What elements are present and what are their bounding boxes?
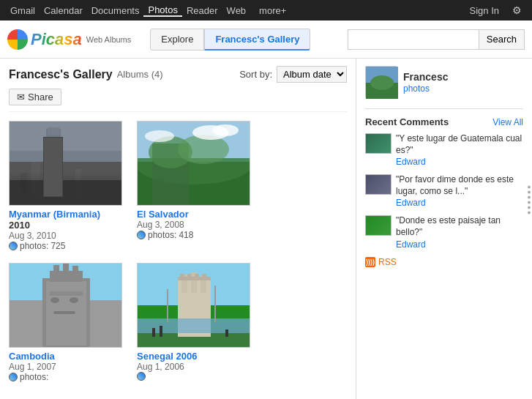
comment-thumb-3 (365, 215, 391, 236)
svg-rect-29 (63, 264, 69, 274)
album-photos-label-elsalvador: photos: (148, 230, 176, 240)
share-button[interactable]: ✉ Share (9, 89, 61, 105)
nav-documents[interactable]: Documents (87, 5, 144, 16)
album-photos-senegal (137, 372, 250, 381)
globe-icon-senegal (137, 372, 146, 381)
svg-rect-30 (72, 266, 78, 274)
tab-francescs-gallery[interactable]: Francesc's Gallery (204, 29, 310, 51)
svg-point-51 (370, 75, 394, 90)
svg-rect-28 (53, 265, 59, 274)
album-thumb-elsalvador (137, 121, 250, 206)
svg-rect-39 (187, 274, 192, 278)
sidebar: Francesc photos Recent Comments View All… (356, 59, 532, 399)
album-photos-count-myanmar: 725 (50, 241, 65, 251)
album-item-cambodia[interactable]: Cambodia Aug 1, 2007 photos: (9, 263, 122, 382)
web-albums-label: Web Albums (86, 35, 132, 44)
album-grid: Myanmar (Birmania) 2010 Aug 3, 2010 phot… (9, 121, 347, 382)
album-thumb-senegal (137, 263, 250, 348)
svg-rect-25 (53, 311, 75, 314)
sort-select[interactable]: Album date (277, 66, 347, 83)
album-item-elsalvador[interactable]: El Salvador Aug 3, 2008 photos: 418 (137, 121, 250, 251)
svg-rect-41 (202, 274, 206, 278)
sort-area: Sort by: Album date (239, 66, 347, 83)
album-item-myanmar[interactable]: Myanmar (Birmania) 2010 Aug 3, 2010 phot… (9, 121, 122, 251)
view-all-link[interactable]: View All (492, 117, 523, 127)
svg-point-17 (212, 124, 239, 136)
tab-explore[interactable]: Explore (150, 29, 204, 51)
picasa-header: Picasa Web Albums Explore Francesc's Gal… (0, 20, 532, 59)
album-item-senegal[interactable]: Senegal 2006 Aug 1, 2006 (137, 263, 250, 382)
header-tabs: Explore Francesc's Gallery (150, 29, 310, 51)
album-photos-label-myanmar: photos: (20, 241, 48, 251)
album-name-elsalvador[interactable]: El Salvador (137, 209, 189, 220)
nav-photos[interactable]: Photos (143, 4, 181, 17)
logo-circle-icon (7, 29, 28, 50)
comment-text-1: "Y este lugar de Guatemala cual es?" (396, 133, 523, 156)
svg-rect-8 (10, 122, 122, 162)
svg-point-23 (50, 297, 59, 303)
user-avatar (365, 66, 397, 98)
svg-point-18 (145, 130, 174, 142)
globe-icon (9, 242, 18, 250)
gallery-header: Francesc's Gallery Albums (4) Sort by: A… (9, 66, 347, 83)
nav-web[interactable]: Web (222, 5, 251, 16)
search-input[interactable] (348, 29, 479, 50)
svg-rect-38 (180, 274, 184, 278)
album-date-senegal: Aug 1, 2006 (137, 362, 250, 372)
nav-gmail[interactable]: Gmail (6, 5, 40, 16)
album-year-myanmar: 2010 (9, 220, 122, 231)
globe-icon-cambodia (9, 373, 18, 381)
svg-rect-6 (20, 173, 28, 206)
svg-rect-45 (225, 329, 228, 337)
sign-in-link[interactable]: Sign In (465, 5, 503, 16)
picasa-logo-text: Picasa (31, 30, 82, 49)
nav-calendar[interactable]: Calendar (40, 5, 87, 16)
album-name-myanmar[interactable]: Myanmar (Birmania) (9, 209, 100, 220)
svg-point-24 (70, 297, 78, 303)
search-area: Search (348, 29, 525, 50)
nav-more[interactable]: more+ (250, 5, 295, 16)
album-photos-count-elsalvador: 418 (179, 230, 193, 240)
album-photos-label-cambodia: photos: (20, 372, 48, 382)
recent-comments-section: Recent Comments View All (365, 108, 523, 127)
share-icon: ✉ (17, 92, 25, 102)
svg-rect-40 (195, 274, 199, 278)
nav-reader[interactable]: Reader (182, 5, 222, 16)
comment-content-2: "Por favor dime donde es este lugar, com… (396, 174, 523, 208)
album-date-cambodia: Aug 1, 2007 (9, 362, 122, 372)
share-label: Share (28, 92, 53, 102)
svg-rect-44 (160, 326, 162, 337)
album-date-elsalvador: Aug 3, 2008 (137, 220, 250, 230)
comment-content-1: "Y este lugar de Guatemala cual es?" Edw… (396, 133, 523, 167)
album-name-senegal[interactable]: Senegal 2006 (137, 351, 197, 362)
svg-rect-43 (152, 328, 155, 337)
settings-icon[interactable]: ⚙ (508, 4, 526, 16)
rss-link[interactable]: )))) RSS (365, 257, 523, 267)
album-photos-myanmar: photos: 725 (9, 241, 122, 251)
edge-dots (526, 182, 532, 217)
album-thumb-myanmar (9, 121, 122, 206)
top-navigation: Gmail Calendar Documents Photos Reader W… (0, 0, 532, 20)
comment-item-1: "Y este lugar de Guatemala cual es?" Edw… (365, 133, 523, 167)
svg-rect-47 (167, 289, 168, 322)
search-button[interactable]: Search (479, 29, 525, 50)
share-bar: ✉ Share (9, 89, 347, 112)
globe-icon-elsalvador (137, 231, 146, 239)
picasa-logo: Picasa Web Albums (7, 29, 131, 50)
recent-comments-title: Recent Comments (365, 116, 449, 127)
album-name-cambodia[interactable]: Cambodia (9, 351, 55, 362)
albums-count: Albums (4) (117, 69, 163, 80)
comment-item-2: "Por favor dime donde es este lugar, com… (365, 174, 523, 208)
svg-rect-2 (46, 129, 61, 206)
svg-rect-26 (50, 291, 83, 296)
comment-author-2: Edward (396, 198, 523, 208)
svg-rect-5 (75, 169, 81, 206)
album-thumb-cambodia (9, 263, 122, 348)
rss-icon: )))) (365, 257, 375, 267)
svg-rect-4 (31, 162, 40, 206)
sort-label: Sort by: (239, 69, 272, 80)
comment-item-3: "Donde es este paisaje tan bello?" Edwar… (365, 215, 523, 249)
album-date-myanmar: Aug 3, 2010 (9, 231, 122, 241)
user-photos-link[interactable]: photos (403, 83, 430, 94)
album-photos-elsalvador: photos: 418 (137, 230, 250, 240)
